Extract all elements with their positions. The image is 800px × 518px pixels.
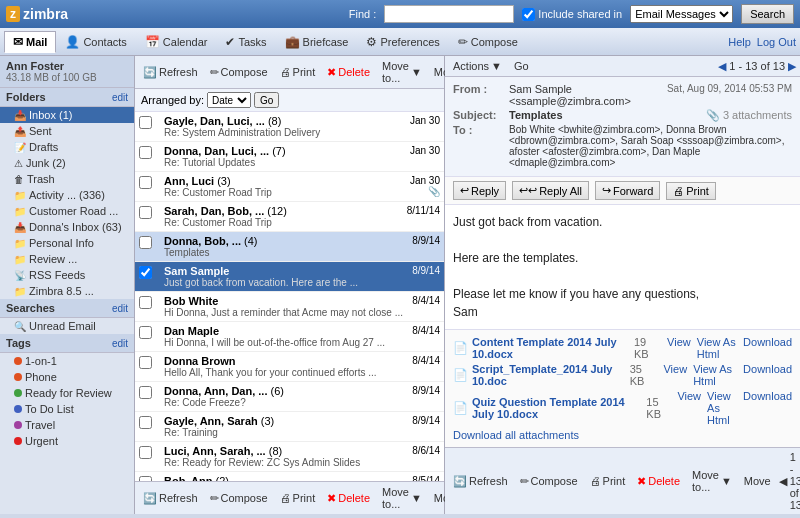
delete-bottom-button[interactable]: ✖ Delete — [323, 491, 374, 506]
refresh-button[interactable]: 🔄 Refresh — [139, 65, 202, 80]
email-checkbox[interactable] — [139, 386, 152, 399]
email-checkbox[interactable] — [139, 416, 152, 429]
detail-actions-button[interactable]: Actions ▼ — [449, 59, 506, 73]
move-to-button[interactable]: Move to... ▼ — [378, 59, 426, 85]
email-checkbox[interactable] — [139, 116, 152, 129]
view-as-html-link-2[interactable]: View As Html — [693, 363, 737, 387]
email-item[interactable]: Gayle, Ann, Sarah (3) Re: Training 8/9/1… — [135, 412, 444, 442]
compose-button[interactable]: ✏ Compose — [206, 65, 272, 80]
email-item[interactable]: Ann, Luci (3) Re: Customer Road Trip Jan… — [135, 172, 444, 202]
download-all-link[interactable]: Download all attachments — [453, 429, 792, 441]
move-to-bottom-button[interactable]: Move to... ▼ — [378, 485, 426, 511]
email-item[interactable]: Sarah, Dan, Bob, ... (12) Re: Customer R… — [135, 202, 444, 232]
pg-prev-arrow-bottom[interactable]: ◀ — [779, 475, 787, 488]
folder-donnas-inbox[interactable]: 📥 Donna's Inbox (63) — [0, 219, 134, 235]
download-link-1[interactable]: Download — [743, 336, 792, 360]
email-item[interactable]: Donna, Dan, Luci, ... (7) Re: Tutorial U… — [135, 142, 444, 172]
tag-ready-for-review[interactable]: Ready for Review — [0, 385, 134, 401]
search-button[interactable]: Search — [741, 4, 794, 24]
folder-junk[interactable]: ⚠ Junk (2) — [0, 155, 134, 171]
tag-travel[interactable]: Travel — [0, 417, 134, 433]
pg-next-arrow[interactable]: ▶ — [788, 60, 796, 73]
folder-review[interactable]: 📁 Review ... — [0, 251, 134, 267]
email-item[interactable]: Dan Maple Hi Donna, I will be out-of-the… — [135, 322, 444, 352]
folder-inbox[interactable]: 📥 Inbox (1) — [0, 107, 134, 123]
email-checkbox[interactable] — [139, 266, 152, 279]
attachment-name-1[interactable]: Content Template 2014 July 10.docx — [472, 336, 630, 360]
arrange-go-button[interactable]: Go — [254, 92, 279, 108]
detail-go-button[interactable]: Go — [510, 59, 533, 73]
search-unread-email[interactable]: 🔍 Unread Email — [0, 318, 134, 334]
searches-header[interactable]: Searches edit — [0, 299, 134, 318]
attachment-name-2[interactable]: Script_Template_2014 July 10.doc — [472, 363, 626, 387]
folder-zimbra[interactable]: 📁 Zimbra 8.5 ... — [0, 283, 134, 299]
view-as-html-link-1[interactable]: View As Html — [697, 336, 737, 360]
detail-refresh-bottom[interactable]: 🔄 Refresh — [449, 474, 512, 489]
searches-edit[interactable]: edit — [112, 303, 128, 314]
nav-tasks[interactable]: ✔ Tasks — [216, 31, 275, 53]
nav-compose[interactable]: ✏ Compose — [449, 31, 527, 53]
detail-delete-bottom[interactable]: ✖ Delete — [633, 474, 684, 489]
tags-edit[interactable]: edit — [112, 338, 128, 349]
email-item[interactable]: Donna Brown Hello All, Thank you for you… — [135, 352, 444, 382]
folder-rss[interactable]: 📡 RSS Feeds — [0, 267, 134, 283]
folder-activity[interactable]: 📁 Activity ... (336) — [0, 187, 134, 203]
email-checkbox[interactable] — [139, 176, 152, 189]
tags-header[interactable]: Tags edit — [0, 334, 134, 353]
detail-print-bottom[interactable]: 🖨 Print — [586, 474, 630, 488]
email-checkbox[interactable] — [139, 356, 152, 369]
arrange-date-select[interactable]: Date — [207, 92, 251, 108]
folder-drafts[interactable]: 📝 Drafts — [0, 139, 134, 155]
print-button[interactable]: 🖨 Print — [276, 65, 320, 79]
email-item[interactable]: Donna, Ann, Dan, ... (6) Re: Code Freeze… — [135, 382, 444, 412]
print-bottom-button[interactable]: 🖨 Print — [276, 491, 320, 505]
tag-urgent[interactable]: Urgent — [0, 433, 134, 449]
find-input[interactable] — [384, 5, 514, 23]
reply-button[interactable]: ↩ Reply — [453, 181, 506, 200]
folder-customer-road[interactable]: 📁 Customer Road ... — [0, 203, 134, 219]
email-item[interactable]: Luci, Ann, Sarah, ... (8) Re: Ready for … — [135, 442, 444, 472]
nav-mail[interactable]: ✉ Mail — [4, 31, 56, 53]
folder-trash[interactable]: 🗑 Trash — [0, 171, 134, 187]
view-link-2[interactable]: View — [663, 363, 687, 387]
include-shared-checkbox[interactable] — [522, 8, 535, 21]
logout-link[interactable]: Log Out — [757, 36, 796, 48]
email-item[interactable]: Bob White Hi Donna, Just a reminder that… — [135, 292, 444, 322]
folders-edit[interactable]: edit — [112, 92, 128, 103]
email-item[interactable]: Bob, Ann (2) Script Template 8/5/14 — [135, 472, 444, 481]
detail-compose-bottom[interactable]: ✏ Compose — [516, 474, 582, 489]
pg-prev-arrow[interactable]: ◀ — [718, 60, 726, 73]
nav-contacts[interactable]: 👤 Contacts — [56, 31, 135, 53]
email-item[interactable]: Gayle, Dan, Luci, ... (8) Re: System Adm… — [135, 112, 444, 142]
view-link-1[interactable]: View — [667, 336, 691, 360]
email-item[interactable]: Donna, Bob, ... (4) Templates 8/9/14 — [135, 232, 444, 262]
print-detail-button[interactable]: 🖨 Print — [666, 182, 716, 200]
help-link[interactable]: Help — [728, 36, 751, 48]
attachment-name-3[interactable]: Quiz Question Template 2014 July 10.docx — [472, 396, 642, 420]
nav-calendar[interactable]: 📅 Calendar — [136, 31, 217, 53]
tag-1on1[interactable]: 1-on-1 — [0, 353, 134, 369]
detail-move-bottom[interactable]: Move — [740, 474, 775, 488]
email-checkbox[interactable] — [139, 326, 152, 339]
nav-preferences[interactable]: ⚙ Preferences — [357, 31, 448, 53]
reply-all-button[interactable]: ↩↩ Reply All — [512, 181, 589, 200]
email-checkbox[interactable] — [139, 146, 152, 159]
folders-header[interactable]: Folders edit — [0, 88, 134, 107]
email-checkbox[interactable] — [139, 236, 152, 249]
email-messages-select[interactable]: Email Messages — [630, 5, 733, 23]
nav-briefcase[interactable]: 💼 Briefcase — [276, 31, 358, 53]
download-link-3[interactable]: Download — [743, 390, 792, 426]
email-checkbox[interactable] — [139, 446, 152, 459]
folder-personal[interactable]: 📁 Personal Info — [0, 235, 134, 251]
tag-phone[interactable]: Phone — [0, 369, 134, 385]
forward-button[interactable]: ↪ Forward — [595, 181, 660, 200]
view-link-3[interactable]: View — [677, 390, 701, 426]
delete-button[interactable]: ✖ Delete — [323, 65, 374, 80]
refresh-bottom-button[interactable]: 🔄 Refresh — [139, 491, 202, 506]
email-checkbox[interactable] — [139, 296, 152, 309]
view-as-html-link-3[interactable]: View As Html — [707, 390, 737, 426]
email-checkbox[interactable] — [139, 206, 152, 219]
compose-bottom-button[interactable]: ✏ Compose — [206, 491, 272, 506]
detail-move-to-bottom[interactable]: Move to... ▼ — [688, 468, 736, 494]
folder-sent[interactable]: 📤 Sent — [0, 123, 134, 139]
